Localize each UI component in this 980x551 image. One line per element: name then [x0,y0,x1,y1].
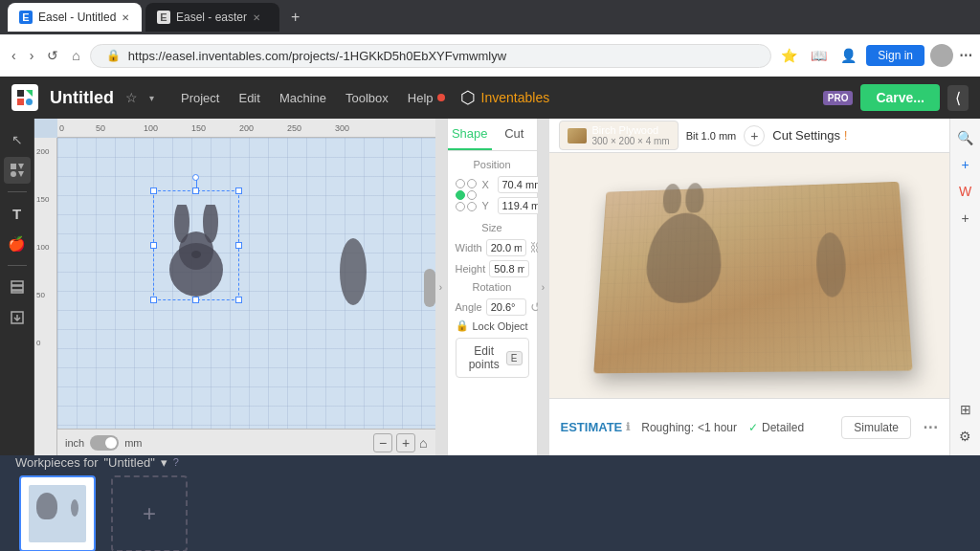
canvas-oval-shape[interactable] [340,238,367,305]
tool-layers[interactable] [4,274,31,300]
add-material-button[interactable]: + [744,125,765,146]
material-dimensions: 300 × 200 × 4 mm [592,136,670,146]
handle-top-right[interactable] [235,187,242,194]
tool-cursor[interactable]: ↖ [4,126,31,153]
zoom-in-button[interactable]: + [396,433,415,452]
radio-row-3 [456,202,477,211]
user-avatar[interactable] [930,44,953,67]
radio-bl[interactable] [456,202,465,211]
menu-help[interactable]: Help [400,87,453,109]
handle-left-mid[interactable] [150,242,157,249]
tab2-label: Easel - easter [176,11,247,24]
panel-collapse-button[interactable]: › [435,119,447,455]
sidebar-settings-icon[interactable]: ⚙ [954,425,977,448]
browser-more-button[interactable]: ⋯ [959,48,972,63]
tool-text[interactable]: T [4,200,31,227]
sidebar-grid-icon[interactable]: ⊞ [954,398,977,421]
radio-ml[interactable] [456,190,465,200]
unit-mm-label[interactable]: mm [124,437,142,449]
tab-cut[interactable]: Cut [492,119,537,150]
zoom-controls: − + ⌂ [373,433,427,452]
home-button[interactable]: ⌂ [68,44,83,67]
bookmarks-button[interactable]: ⭐ [777,44,801,67]
shapes-icon [10,163,25,178]
radio-row-2 [456,190,477,200]
tool-shapes[interactable] [4,157,31,184]
lock-object-row: 🔒 Lock Object [456,320,529,332]
canvas-area[interactable]: 0 50 100 150 200 250 300 200 150 100 50 … [34,119,435,455]
handle-bottom-mid[interactable] [192,297,199,303]
scroll-indicator[interactable] [424,269,435,307]
selection-handles [153,190,239,300]
zoom-fit-button[interactable]: ⌂ [419,435,427,451]
tool-apple[interactable]: 🍎 [4,231,31,257]
material-icon [568,128,587,143]
menu-edit[interactable]: Edit [231,87,267,109]
nav-prev-button[interactable]: ⟨ [947,85,969,111]
edit-points-button[interactable]: Edit points E [456,338,529,378]
handle-top-left[interactable] [150,187,157,194]
material-chip[interactable]: Birch Plywood 300 × 200 × 4 mm [559,121,679,150]
handle-top-mid[interactable] [192,187,199,194]
menu-machine[interactable]: Machine [272,87,334,109]
cut-settings-info-icon: ! [844,129,847,143]
tab-easel-easter[interactable]: E Easel - easter ✕ [145,3,279,32]
preview-grid [593,182,912,373]
sidebar-office-icon[interactable]: W [954,180,977,203]
refresh-button[interactable]: ↺ [43,44,62,67]
cut-settings-button[interactable]: Cut Settings ! [772,128,847,143]
radio-tl[interactable] [456,179,465,188]
unit-switch[interactable] [90,435,119,451]
ruler-vmark-100: 100 [36,243,49,252]
panel-collapse-right-button[interactable]: › [538,119,549,455]
ruler-mark-200: 200 [239,123,254,133]
star-icon[interactable]: ☆ [125,90,138,105]
radio-bc[interactable] [467,202,477,211]
radio-mc[interactable] [467,190,477,200]
simulate-button[interactable]: Simulate [841,416,911,439]
tab-easel-untitled[interactable]: E Easel - Untitled ✕ [8,3,142,32]
workpiece-bar: Workpieces for "Untitled" ▾ ? + [0,455,980,551]
canvas-grid[interactable] [57,138,435,429]
lock-object-label[interactable]: Lock Object [473,320,528,332]
address-bar[interactable]: 🔒 https://easel.inventables.com/projects… [90,44,771,68]
title-dropdown-arrow[interactable]: ▾ [149,93,154,103]
menu-project[interactable]: Project [173,87,227,109]
more-options-button[interactable]: ⋯ [923,418,938,436]
reading-list-button[interactable]: 📖 [807,44,831,67]
inventables-link[interactable]: ⬡ Inventables [460,87,550,109]
add-workpiece-button[interactable]: + [111,475,188,552]
sidebar-search-icon[interactable]: 🔍 [954,126,977,149]
radio-tc[interactable] [467,179,477,188]
handle-bottom-left[interactable] [150,297,157,303]
estimate-bar: ESTIMATE ℹ Roughing: <1 hour ✓ Detailed … [549,398,950,455]
new-tab-button[interactable]: + [283,5,307,30]
carve-button[interactable]: Carve... [860,84,940,111]
detailed-detail: ✓ Detailed [748,421,804,434]
tab2-close[interactable]: ✕ [253,12,260,23]
sidebar-add2-icon[interactable]: + [954,207,977,230]
material-info: Birch Plywood 300 × 200 × 4 mm [592,124,670,146]
tool-import[interactable] [4,304,31,331]
angle-input[interactable] [486,298,526,316]
tab-shape[interactable]: Shape [448,119,493,150]
browser-sync-button[interactable]: 👤 [836,44,860,67]
sign-in-button[interactable]: Sign in [866,45,924,66]
estimate-info-icon[interactable]: ℹ [626,421,630,433]
back-button[interactable]: ‹ [8,44,20,67]
angle-row: Angle ↺ [456,298,529,316]
height-input[interactable] [489,260,529,277]
tab1-close[interactable]: ✕ [122,12,129,23]
zoom-out-button[interactable]: − [373,433,392,452]
forward-button[interactable]: › [26,44,38,67]
unit-inch-label[interactable]: inch [65,437,84,449]
sidebar-plus-icon[interactable]: + [954,153,977,176]
handle-right-mid[interactable] [235,242,242,249]
preview-3d [549,153,950,398]
workpiece-info-icon[interactable]: ? [173,456,179,468]
workpiece-thumb-1[interactable] [19,475,96,552]
menu-toolbox[interactable]: Toolbox [338,87,396,109]
workpiece-dropdown-icon[interactable]: ▾ [161,455,167,470]
handle-bottom-right[interactable] [235,297,242,303]
width-input[interactable] [486,239,526,256]
